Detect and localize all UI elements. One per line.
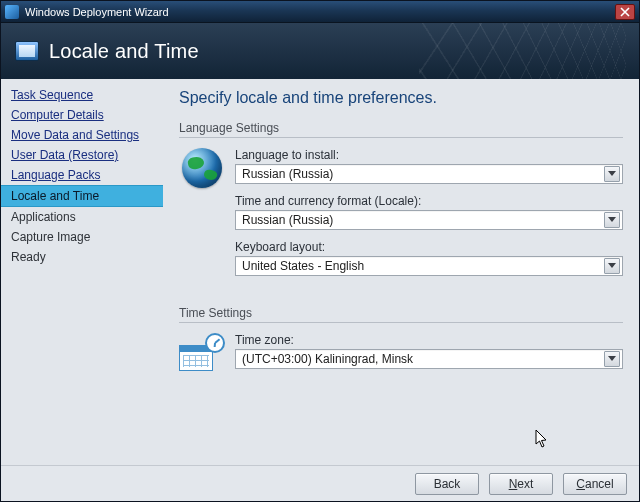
chevron-down-icon xyxy=(608,171,616,177)
decorative-mesh xyxy=(419,23,626,79)
language-settings-group: Language Settings Language to install: R… xyxy=(179,121,623,292)
dropdown-button[interactable] xyxy=(604,166,620,182)
chevron-down-icon xyxy=(608,356,616,362)
back-button[interactable]: Back xyxy=(415,473,479,495)
sidebar: Task Sequence Computer Details Move Data… xyxy=(1,79,163,465)
language-settings-legend: Language Settings xyxy=(179,121,623,138)
globe-icon xyxy=(182,148,222,188)
time-zone-value: (UTC+03:00) Kaliningrad, Minsk xyxy=(242,352,600,366)
sidebar-item-task-sequence[interactable]: Task Sequence xyxy=(1,85,163,105)
close-button[interactable] xyxy=(615,4,635,20)
time-zone-label: Time zone: xyxy=(235,333,623,347)
language-to-install-value: Russian (Russia) xyxy=(242,167,600,181)
chevron-down-icon xyxy=(608,217,616,223)
cancel-button[interactable]: Cancel xyxy=(563,473,627,495)
calendar-clock-icon xyxy=(179,333,225,371)
locale-format-value: Russian (Russia) xyxy=(242,213,600,227)
titlebar[interactable]: Windows Deployment Wizard xyxy=(1,1,639,23)
keyboard-layout-select[interactable]: United States - English xyxy=(235,256,623,276)
time-settings-group: Time Settings Time zone: (UTC+03:00) Kal… xyxy=(179,306,623,385)
dropdown-button[interactable] xyxy=(604,212,620,228)
wizard-footer: Back Next Cancel xyxy=(1,465,639,501)
main-heading: Specify locale and time preferences. xyxy=(179,89,623,107)
language-to-install-label: Language to install: xyxy=(235,148,623,162)
locale-format-select[interactable]: Russian (Russia) xyxy=(235,210,623,230)
chevron-down-icon xyxy=(608,263,616,269)
wizard-body: Task Sequence Computer Details Move Data… xyxy=(1,79,639,465)
wizard-window: Windows Deployment Wizard Locale and Tim… xyxy=(0,0,640,502)
sidebar-item-locale-time[interactable]: Locale and Time xyxy=(1,185,163,207)
close-icon xyxy=(620,7,630,17)
locale-format-label: Time and currency format (Locale): xyxy=(235,194,623,208)
wizard-header: Locale and Time xyxy=(1,23,639,79)
sidebar-item-user-data[interactable]: User Data (Restore) xyxy=(1,145,163,165)
language-to-install-select[interactable]: Russian (Russia) xyxy=(235,164,623,184)
app-icon xyxy=(5,5,19,19)
dropdown-button[interactable] xyxy=(604,258,620,274)
next-button[interactable]: Next xyxy=(489,473,553,495)
sidebar-item-ready[interactable]: Ready xyxy=(1,247,163,267)
sidebar-item-move-data[interactable]: Move Data and Settings xyxy=(1,125,163,145)
window-title: Windows Deployment Wizard xyxy=(25,6,169,18)
main-panel: Specify locale and time preferences. Lan… xyxy=(163,79,639,465)
sidebar-item-computer-details[interactable]: Computer Details xyxy=(1,105,163,125)
time-settings-legend: Time Settings xyxy=(179,306,623,323)
keyboard-layout-label: Keyboard layout: xyxy=(235,240,623,254)
dropdown-button[interactable] xyxy=(604,351,620,367)
sidebar-item-applications[interactable]: Applications xyxy=(1,207,163,227)
monitor-icon xyxy=(15,41,39,61)
page-title: Locale and Time xyxy=(49,40,199,63)
sidebar-item-language-packs[interactable]: Language Packs xyxy=(1,165,163,185)
time-zone-select[interactable]: (UTC+03:00) Kaliningrad, Minsk xyxy=(235,349,623,369)
keyboard-layout-value: United States - English xyxy=(242,259,600,273)
sidebar-item-capture-image[interactable]: Capture Image xyxy=(1,227,163,247)
